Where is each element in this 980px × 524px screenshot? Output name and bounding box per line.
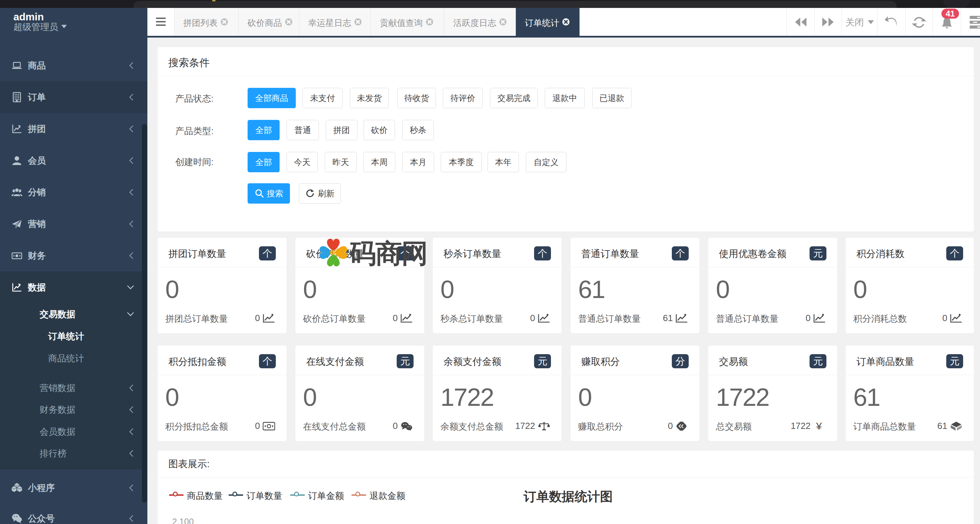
svg-text:¥: ¥: [816, 422, 822, 431]
